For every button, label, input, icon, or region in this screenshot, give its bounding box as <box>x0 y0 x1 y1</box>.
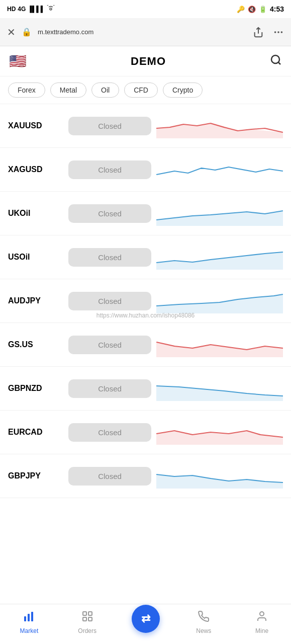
close-button[interactable]: ✕ <box>7 26 16 38</box>
trade-fab[interactable]: ⇄ <box>132 605 160 633</box>
market-item-gbpnzd[interactable]: GBPNZD Closed <box>0 367 291 411</box>
orders-icon <box>81 610 93 625</box>
market-list: XAUUSD Closed XAGUSD Closed UKOil Closed <box>0 104 291 543</box>
closed-btn-xagusd[interactable]: Closed <box>68 160 151 179</box>
browser-url: m.texttrademo.com <box>38 28 247 36</box>
symbol-audjpy: AUDJPY <box>8 296 63 305</box>
news-icon <box>198 610 210 625</box>
symbol-ukoil: UKOil <box>8 209 63 218</box>
battery-icon: 🔋 <box>259 6 267 13</box>
nav-orders[interactable]: Orders <box>58 610 117 634</box>
share-button[interactable] <box>253 27 264 38</box>
filter-metal[interactable]: Metal <box>50 83 86 98</box>
closed-btn-xauusd[interactable]: Closed <box>68 117 151 135</box>
filter-cfd[interactable]: CFD <box>124 83 158 98</box>
nav-news-label: News <box>196 627 211 634</box>
svg-point-4 <box>281 31 283 33</box>
more-menu-button[interactable] <box>273 27 284 38</box>
svg-point-2 <box>274 31 276 33</box>
wifi-icon <box>47 5 55 13</box>
closed-btn-gbpjpy[interactable]: Closed <box>68 467 151 486</box>
svg-rect-15 <box>28 614 30 621</box>
lock-icon: 🔒 <box>22 27 32 37</box>
svg-point-3 <box>277 31 279 33</box>
nav-mine-label: Mine <box>255 627 268 634</box>
closed-btn-usoil[interactable]: Closed <box>68 248 151 267</box>
browser-bar: ✕ 🔒 m.texttrademo.com <box>0 18 291 46</box>
filter-forex[interactable]: Forex <box>8 83 45 98</box>
nav-market-label: Market <box>20 627 39 634</box>
market-item-audjpy[interactable]: AUDJPY Closed <box>0 279 291 323</box>
filter-bar: Forex Metal Oil CFD Crypto <box>0 76 291 104</box>
market-icon <box>23 610 35 625</box>
symbol-usoil: USOil <box>8 253 63 262</box>
filter-crypto[interactable]: Crypto <box>163 83 203 98</box>
chart-usoil <box>156 245 283 270</box>
closed-btn-eurcad[interactable]: Closed <box>68 423 151 442</box>
closed-btn-gsus[interactable]: Closed <box>68 336 151 354</box>
status-hd: HD <box>7 6 16 13</box>
chart-xagusd <box>156 157 283 182</box>
closed-btn-ukoil[interactable]: Closed <box>68 204 151 223</box>
market-item-xauusd[interactable]: XAUUSD Closed <box>0 104 291 148</box>
closed-btn-audjpy[interactable]: Closed <box>68 292 151 310</box>
nav-orders-label: Orders <box>78 627 96 634</box>
svg-rect-17 <box>83 612 86 615</box>
market-item-usoil[interactable]: USOil Closed <box>0 235 291 279</box>
status-right: 🔑 🔇 🔋 4:53 <box>237 5 284 13</box>
svg-point-21 <box>260 612 264 616</box>
trade-icon: ⇄ <box>141 612 150 625</box>
symbol-gbpnzd: GBPNZD <box>8 384 63 393</box>
browser-actions <box>253 27 284 38</box>
status-time: 4:53 <box>270 5 284 13</box>
page-title: DEMO <box>131 55 166 68</box>
nav-mine[interactable]: Mine <box>233 610 291 634</box>
nav-market[interactable]: Market <box>0 610 58 634</box>
chart-gbpnzd <box>156 376 283 401</box>
svg-marker-11 <box>156 386 283 401</box>
symbol-gsus: GS.US <box>8 340 63 349</box>
svg-point-5 <box>271 55 279 63</box>
status-bars: ▐▌▌▌ <box>28 6 45 13</box>
market-item-ukoil[interactable]: UKOil Closed <box>0 192 291 235</box>
mute-icon: 🔇 <box>248 6 256 13</box>
svg-rect-14 <box>24 616 26 621</box>
symbol-xauusd: XAUUSD <box>8 121 63 130</box>
svg-rect-19 <box>83 617 86 621</box>
nav-news[interactable]: News <box>174 610 233 634</box>
chart-audjpy <box>156 288 283 313</box>
status-signal: 4G <box>18 6 26 13</box>
chart-gbpjpy <box>156 463 283 489</box>
svg-rect-20 <box>88 617 92 621</box>
app-header: 🇺🇸 DEMO <box>0 46 291 76</box>
closed-btn-gbpnzd[interactable]: Closed <box>68 379 151 398</box>
market-item-xagusd[interactable]: XAGUSD Closed <box>0 148 291 192</box>
key-icon: 🔑 <box>237 6 245 13</box>
svg-rect-18 <box>88 612 92 615</box>
status-bar: HD 4G ▐▌▌▌ 🔑 🔇 🔋 4:53 <box>0 0 291 18</box>
search-button[interactable] <box>270 54 282 69</box>
market-item-gbpjpy[interactable]: GBPJPY Closed <box>0 454 291 498</box>
status-left: HD 4G ▐▌▌▌ <box>7 5 55 13</box>
symbol-xagusd: XAGUSD <box>8 165 63 174</box>
market-item-gsus[interactable]: GS.US Closed <box>0 323 291 367</box>
chart-ukoil <box>156 201 283 226</box>
filter-oil[interactable]: Oil <box>91 83 119 98</box>
mine-icon <box>256 610 268 625</box>
symbol-eurcad: EURCAD <box>8 428 63 437</box>
svg-rect-16 <box>31 612 33 621</box>
chart-eurcad <box>156 420 283 445</box>
market-item-eurcad[interactable]: EURCAD Closed <box>0 411 291 454</box>
chart-gsus <box>156 332 283 357</box>
flag-icon: 🇺🇸 <box>9 53 27 69</box>
domain-text: m.texttrademo.com <box>38 28 93 36</box>
svg-marker-10 <box>156 342 283 357</box>
chart-xauusd <box>156 113 283 138</box>
svg-point-0 <box>50 8 52 10</box>
svg-marker-9 <box>156 294 283 313</box>
symbol-gbpjpy: GBPJPY <box>8 471 63 480</box>
svg-marker-7 <box>156 211 283 226</box>
